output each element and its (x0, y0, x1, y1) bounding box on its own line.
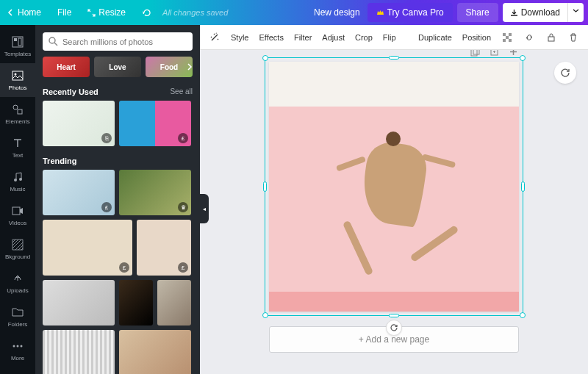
trending-photo-thumb[interactable]: £ (43, 220, 132, 276)
category-heart[interactable]: Heart (43, 57, 90, 77)
filter-button[interactable]: Filter (294, 33, 312, 42)
resize-handle-ne[interactable] (520, 55, 526, 61)
canvas-area[interactable]: + Add a new page (200, 50, 588, 374)
trending-photo-thumb[interactable] (43, 330, 115, 374)
delete-button[interactable] (567, 32, 579, 43)
adjust-button[interactable]: Adjust (322, 33, 345, 42)
canvas-page[interactable] (269, 62, 519, 312)
recent-photo-thumb[interactable]: £ (119, 101, 191, 146)
add-page-button[interactable] (507, 50, 519, 57)
download-options-button[interactable] (567, 3, 584, 22)
new-design-button[interactable]: New design (306, 3, 368, 22)
undo-button[interactable] (135, 4, 158, 21)
duplicate-page-button[interactable] (488, 50, 500, 57)
see-all-link[interactable]: See all (170, 87, 193, 96)
trending-photo-thumb[interactable] (119, 330, 191, 374)
trending-photo-thumb[interactable] (43, 280, 115, 326)
svg-point-7 (14, 179, 17, 181)
resize-handle-nw[interactable] (262, 55, 268, 61)
svg-rect-20 (471, 50, 477, 56)
rail-more[interactable]: More (0, 334, 35, 367)
rail-videos[interactable]: Videos (0, 198, 35, 232)
resize-handle-s[interactable] (389, 314, 399, 317)
flip-button[interactable]: Flip (383, 33, 396, 42)
category-love[interactable]: Love (94, 57, 141, 77)
category-next-button[interactable] (182, 60, 197, 74)
file-menu[interactable]: File (50, 3, 79, 22)
crop-button[interactable]: Crop (355, 33, 373, 42)
templates-icon (11, 35, 24, 48)
resize-handle-e[interactable] (521, 181, 525, 192)
pro-badge-icon: £ (101, 202, 112, 212)
search-input[interactable] (62, 37, 187, 46)
refresh-suggestions-button[interactable] (554, 62, 576, 84)
svg-point-13 (49, 37, 55, 43)
download-button[interactable]: Download (503, 3, 567, 22)
svg-rect-9 (12, 207, 20, 215)
svg-rect-21 (473, 50, 479, 54)
resize-button[interactable]: Resize (80, 3, 133, 22)
folders-icon (11, 306, 24, 319)
recently-used-heading: Recently Used (43, 87, 98, 96)
elements-icon (11, 103, 24, 116)
recent-photo-thumb[interactable]: ⎘ (43, 101, 115, 146)
duplicate-button[interactable]: Duplicate (418, 33, 452, 42)
rail-elements[interactable]: Elements (0, 97, 35, 131)
effects-button[interactable]: Effects (259, 33, 283, 42)
lock-button[interactable] (545, 32, 557, 43)
svg-rect-6 (18, 109, 22, 114)
style-button[interactable]: Style (231, 33, 248, 42)
save-status: All changes saved (162, 8, 228, 17)
chevron-down-icon (573, 7, 579, 14)
trending-photo-thumb[interactable] (157, 280, 191, 326)
svg-point-5 (13, 105, 18, 109)
resize-handle-sw[interactable] (262, 312, 268, 318)
top-bar: Home File Resize All changes saved New d… (0, 0, 588, 25)
uploads-icon (11, 272, 24, 285)
link-button[interactable] (523, 32, 535, 43)
copy-page-button[interactable] (469, 50, 481, 57)
trending-photo-thumb[interactable] (119, 280, 153, 326)
home-label: Home (18, 7, 41, 18)
resize-handle-n[interactable] (389, 56, 399, 60)
pro-badge-icon: ♛ (178, 202, 188, 212)
undo-icon (142, 8, 151, 17)
pro-badge-icon: £ (119, 262, 129, 273)
chevron-left-icon (7, 9, 15, 16)
rail-templates[interactable]: Templates (0, 29, 35, 63)
pro-badge-icon: £ (178, 262, 188, 273)
transparency-button[interactable] (501, 32, 513, 43)
try-pro-button[interactable]: Try Canva Pro (368, 3, 453, 22)
rotate-handle[interactable] (386, 320, 402, 336)
rail-music[interactable]: Music (0, 165, 35, 198)
svg-rect-16 (509, 33, 512, 36)
trending-photo-thumb[interactable]: ♛ (119, 170, 191, 215)
rail-text[interactable]: Text (0, 131, 35, 165)
share-button[interactable]: Share (457, 3, 498, 22)
svg-rect-3 (12, 71, 23, 80)
resize-handle-w[interactable] (263, 181, 267, 192)
svg-point-8 (19, 178, 22, 181)
home-button[interactable]: Home (0, 3, 49, 22)
rail-folders[interactable]: Folders (0, 300, 35, 334)
rail-uploads[interactable]: Uploads (0, 266, 35, 300)
search-icon (49, 37, 58, 46)
trending-photo-thumb[interactable]: £ (43, 170, 115, 215)
crown-icon (376, 9, 384, 17)
photo-search[interactable] (43, 32, 193, 51)
svg-point-10 (13, 345, 15, 348)
trending-heading: Trending (43, 157, 76, 165)
resize-handle-se[interactable] (520, 312, 526, 318)
position-button[interactable]: Position (462, 33, 491, 42)
rail-photos[interactable]: Photos (0, 63, 35, 97)
selection-outline (265, 57, 523, 316)
rail-bkground[interactable]: Bkground (0, 232, 35, 266)
trending-photo-thumb[interactable]: £ (137, 220, 191, 276)
download-icon (510, 9, 518, 17)
svg-rect-14 (503, 33, 506, 36)
videos-icon (11, 204, 24, 217)
pro-badge-icon: £ (178, 133, 188, 143)
magic-icon[interactable] (209, 32, 220, 43)
text-icon (11, 137, 24, 150)
photos-icon (11, 69, 24, 82)
